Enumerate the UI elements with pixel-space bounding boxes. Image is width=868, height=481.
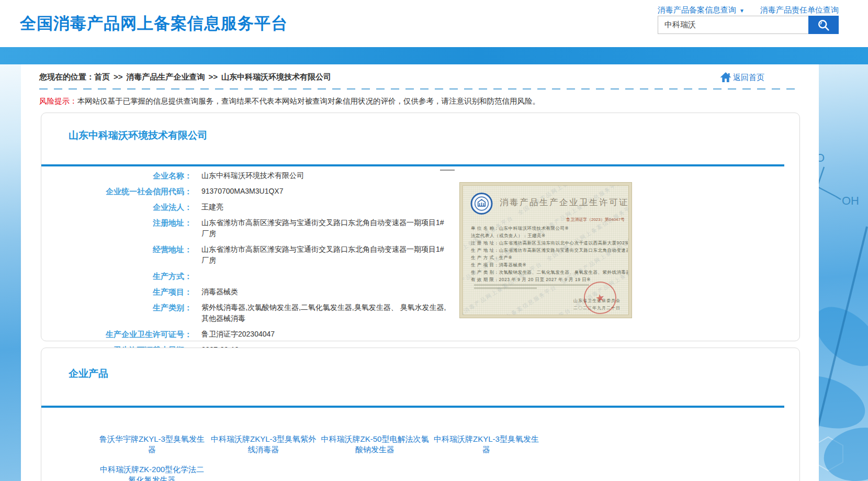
risk-notice: 风险提示：本网站仅基于已掌握的信息提供查询服务，查询结果不代表本网站对被查询对象… (39, 96, 801, 106)
field-row: 企业法人：王建亮 (41, 202, 799, 212)
field-label: 生产项目： (41, 286, 192, 297)
product-link[interactable]: 鲁沃华宇牌ZKYL-3型臭氧发生器 (96, 434, 208, 455)
field-label: 生产企业卫生许可证号： (41, 329, 192, 340)
field-value: 消毒器械类 (201, 286, 447, 297)
license-certificate-image: 全国消毒产品网上备案信息服务平台 全国消毒产品网上备案信息服务平台 全国消毒产品… (460, 183, 632, 318)
risk-notice-label: 风险提示： (39, 97, 77, 105)
certificate-emblem-icon (470, 192, 493, 216)
field-row: 生产类别：紫外线消毒器,次氯酸钠发生器,二氧化氯发生器,臭氧发生器、 臭氧水发生… (41, 302, 799, 324)
certificate-number: 鲁卫消证字（2023）第04047号 (463, 217, 625, 222)
breadcrumb-separator: >> (209, 72, 218, 81)
field-value: 山东省潍坊市高新区潍安路与宝通街交叉路口东北角自动变速器一期项目1#厂房 (201, 244, 447, 266)
product-link[interactable]: 中科瑞沃牌ZK-200型化学法二氧化氯发生器 (96, 464, 208, 481)
certificate-text-row: 生 产 地 址：山东省潍坊市高新区潍安路与宝通街交叉路口东北角自动变速器一期项目… (471, 247, 628, 254)
header: 全国消毒产品网上备案信息服务平台 消毒产品备案信息查询▼ 消毒产品责任单位查询 (0, 0, 868, 47)
certificate-text-row: 注 册 地 址：山东省潍坊高新区玉清东街以北中心次干道以西高新大厦902室科苑 (471, 239, 628, 247)
field-value: 鲁卫消证字202304047 (201, 329, 447, 340)
field-value: 山东省潍坊市高新区潍安路与宝通街交叉路口东北角自动变速器一期项目1#厂房 (201, 217, 447, 239)
field-row: 生产方式： (41, 271, 799, 282)
company-info-card: 山东中科瑞沃环境技术有限公司 企业名称：山东中科瑞沃环境技术有限公司企业统一社会… (41, 113, 800, 341)
home-icon (719, 72, 732, 83)
certificate-text-row: 生 产 项 目：消毒器械类※ (471, 261, 628, 269)
risk-notice-text: 本网站仅基于已掌握的信息提供查询服务，查询结果不代表本网站对被查询对象信用状况的… (77, 97, 540, 105)
field-value: 山东中科瑞沃环境技术有限公司 (201, 170, 447, 181)
field-row: 注册地址：山东省潍坊市高新区潍安路与宝通街交叉路口东北角自动变速器一期项目1#厂… (41, 217, 799, 239)
caret-down-icon: ▼ (739, 8, 745, 14)
company-name-heading: 山东中科瑞沃环境技术有限公司 (69, 129, 799, 142)
product-link[interactable]: 中科瑞沃牌ZKYL-3型臭氧紫外线消毒器 (208, 434, 319, 455)
breadcrumb-home[interactable]: 首页 (94, 72, 110, 81)
breadcrumb: 您现在的位置：首页>>消毒产品生产企业查询>>山东中科瑞沃环境技术有限公司 (39, 72, 331, 82)
breadcrumb-current: 山东中科瑞沃环境技术有限公司 (221, 72, 331, 81)
search-input[interactable] (658, 16, 808, 34)
product-link[interactable]: 中科瑞沃牌ZKYL-3型臭氧发生器 (431, 434, 542, 455)
field-row: 企业统一社会信用代码：91370700MA3M3U1QX7 (41, 186, 799, 197)
return-home-label: 返回首页 (733, 73, 764, 83)
product-list: 鲁沃华宇牌ZKYL-3型臭氧发生器中科瑞沃牌ZKYL-3型臭氧紫外线消毒器中科瑞… (41, 408, 557, 481)
nav-link-label: 消毒产品责任单位查询 (760, 5, 839, 14)
site-title: 全国消毒产品网上备案信息服务平台 (20, 13, 288, 35)
page-background: O OH 您现在的位置：首页>>消毒产品生产企业查询>>山东中科瑞沃环境技术有限… (0, 64, 868, 481)
title-underline (41, 164, 784, 166)
field-label: 生产方式： (41, 271, 192, 282)
page: 全国消毒产品网上备案信息服务平台 消毒产品备案信息查询▼ 消毒产品责任单位查询 (0, 0, 868, 481)
certificate-header: 消毒产品生产企业卫生许可证 (470, 192, 629, 216)
search-icon (816, 18, 831, 32)
field-row: 生产项目：消毒器械类 (41, 286, 799, 297)
certificate-title: 消毒产品生产企业卫生许可证 (500, 197, 629, 208)
field-value: 91370700MA3M3U1QX7 (201, 186, 447, 197)
nav-link-label: 消毒产品备案信息查询 (658, 5, 736, 14)
certificate-text-row: 生 产 类 别：次氯酸钠发生器、二氧化氯发生器、臭氧发生器、紫外线消毒器 (471, 269, 628, 276)
dash-mark (440, 170, 455, 171)
svg-text:OH: OH (842, 194, 859, 207)
field-label: 企业名称： (41, 170, 192, 181)
seal-star-icon: ★ (594, 290, 606, 305)
product-link[interactable]: 中科瑞沃牌ZK-50型电解法次氯酸钠发生器 (319, 434, 431, 455)
certificate-text-row: 法定代表人（或负责人）：王建亮※ (471, 232, 628, 239)
dashed-divider (39, 88, 799, 90)
field-value: 紫外线消毒器,次氯酸钠发生器,二氧化氯发生器,臭氧发生器、 臭氧水发生器,其他器… (201, 302, 447, 324)
company-fields: 企业名称：山东中科瑞沃环境技术有限公司企业统一社会信用代码：91370700MA… (41, 170, 799, 355)
certificate-text-row: 单 位 名 称：山东中科瑞沃环境技术有限公司※ (471, 225, 628, 232)
products-heading: 企业产品 (69, 367, 799, 381)
nav-link-responsible-unit-query[interactable]: 消毒产品责任单位查询 (760, 5, 839, 14)
breadcrumb-company-query[interactable]: 消毒产品生产企业查询 (127, 72, 205, 81)
field-label: 企业统一社会信用代码： (41, 186, 192, 197)
header-band (0, 47, 868, 64)
company-products-card: 企业产品 鲁沃华宇牌ZKYL-3型臭氧发生器中科瑞沃牌ZKYL-3型臭氧紫外线消… (41, 348, 800, 481)
field-label: 注册地址： (41, 217, 192, 239)
field-label: 经营地址： (41, 244, 192, 266)
search-button[interactable] (808, 16, 839, 34)
top-nav: 消毒产品备案信息查询▼ 消毒产品责任单位查询 (644, 5, 839, 15)
field-value: 王建亮 (201, 202, 447, 212)
certificate-rows: 单 位 名 称：山东中科瑞沃环境技术有限公司※法定代表人（或负责人）：王建亮※注… (471, 225, 629, 283)
breadcrumb-prefix: 您现在的位置： (39, 72, 94, 81)
field-value (201, 271, 447, 282)
main-container: 您现在的位置：首页>>消毒产品生产企业查询>>山东中科瑞沃环境技术有限公司 返回… (21, 64, 819, 481)
certificate-text-row: 生 产 方 式：生产※ (471, 254, 628, 261)
nav-link-filing-info-query[interactable]: 消毒产品备案信息查询▼ (658, 5, 745, 14)
breadcrumb-row: 您现在的位置：首页>>消毒产品生产企业查询>>山东中科瑞沃环境技术有限公司 返回… (21, 64, 819, 83)
field-label: 生产类别： (41, 302, 192, 324)
breadcrumb-separator: >> (114, 72, 123, 81)
search-box (658, 16, 839, 34)
field-row: 经营地址：山东省潍坊市高新区潍安路与宝通街交叉路口东北角自动变速器一期项目1#厂… (41, 244, 799, 266)
field-label: 企业法人： (41, 202, 192, 212)
field-row: 生产企业卫生许可证号：鲁卫消证字202304047 (41, 329, 799, 340)
return-home-link[interactable]: 返回首页 (719, 72, 764, 83)
field-row: 企业名称：山东中科瑞沃环境技术有限公司 (41, 170, 799, 181)
